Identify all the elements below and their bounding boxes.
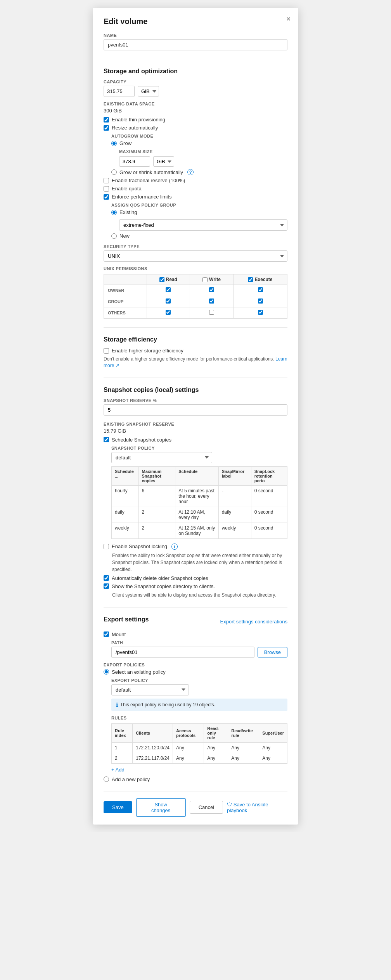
permissions-write-header: Write	[190, 274, 233, 285]
storage-section-title: Storage and optimization	[104, 68, 287, 75]
snapshot-policy-label: SNAPSHOT POLICY	[111, 446, 287, 450]
resize-automatically-label: Resize automatically	[112, 125, 158, 131]
enforce-performance-checkbox[interactable]	[104, 194, 109, 200]
existing-data-space-value: 300 GiB	[104, 108, 287, 114]
read-header-checkbox[interactable]	[159, 277, 164, 282]
write-header-checkbox[interactable]	[202, 277, 208, 282]
others-read-checkbox[interactable]	[166, 310, 171, 315]
others-execute-checkbox[interactable]	[258, 310, 263, 315]
mount-label: Mount	[112, 631, 126, 637]
thin-provisioning-checkbox[interactable]	[104, 117, 109, 122]
schedule-snapshots-row: Schedule Snapshot copies	[104, 437, 287, 443]
snapshot-reserve-label: SNAPSHOT RESERVE %	[104, 398, 287, 403]
fractional-reserve-checkbox[interactable]	[104, 178, 109, 183]
autogrow-section: AUTOGROW MODE Grow MAXIMUM SIZE GiBTiB G…	[111, 134, 287, 175]
snapshot-locking-label: Enable Snapshot locking	[112, 543, 167, 549]
grow-radio[interactable]	[111, 141, 117, 146]
higher-efficiency-checkbox[interactable]	[104, 348, 109, 354]
snap-col-snapmirror: SnapMirror label	[218, 466, 251, 485]
col-clients: Clients	[133, 723, 173, 742]
name-field-section: NAME	[104, 33, 287, 50]
grow-shrink-radio-row: Grow or shrink automatically ?	[111, 169, 287, 175]
owner-execute-checkbox[interactable]	[258, 287, 263, 292]
enable-quota-checkbox[interactable]	[104, 186, 109, 192]
grow-shrink-radio[interactable]	[111, 169, 117, 175]
enforce-performance-row: Enforce performance limits	[104, 194, 287, 200]
close-button[interactable]: ×	[286, 16, 291, 22]
permissions-execute-header: Execute	[234, 274, 287, 285]
name-input[interactable]	[104, 39, 287, 50]
add-link[interactable]: + Add	[111, 767, 125, 773]
max-size-label: MAXIMUM SIZE	[119, 149, 287, 154]
capacity-label: CAPACITY	[104, 79, 287, 84]
group-read-checkbox[interactable]	[166, 298, 171, 304]
group-write-checkbox[interactable]	[209, 298, 214, 304]
existing-snapshot-reserve-value: 15.79 GiB	[104, 428, 287, 434]
export-section-title: Export settings	[104, 616, 149, 623]
enable-quota-label: Enable quota	[112, 186, 142, 192]
show-changes-button[interactable]: Show changes	[136, 798, 186, 817]
capacity-input[interactable]	[104, 86, 135, 97]
ansible-playbook-link[interactable]: 🛡 Save to Ansible playbook	[227, 802, 287, 813]
snap-col-schedule-desc: Schedule	[175, 466, 218, 485]
qos-section: ASSIGN QOS POLICY GROUP Existing extreme…	[111, 203, 287, 239]
grow-shrink-label: Grow or shrink automatically	[119, 169, 183, 175]
snap-col-max-copies: Maximum Snapshot copies	[138, 466, 175, 485]
export-policy-select[interactable]: default	[111, 684, 189, 695]
owner-read-checkbox[interactable]	[166, 287, 171, 292]
resize-auto-row: Resize automatically	[104, 125, 287, 131]
select-existing-radio-row: Select an existing policy	[104, 669, 287, 675]
max-size-input[interactable]	[119, 156, 150, 167]
name-label: NAME	[104, 33, 287, 38]
group-execute-checkbox[interactable]	[258, 298, 263, 304]
snapshot-locking-row: Enable Snapshot locking i	[104, 543, 287, 550]
table-row: daily 2 At 12:10 AM, every day daily 0 s…	[112, 507, 287, 523]
show-directory-row: Show the Snapshot copies directory to cl…	[104, 583, 287, 589]
qos-new-radio[interactable]	[111, 233, 117, 239]
mount-checkbox[interactable]	[104, 631, 109, 637]
info-banner-text: This export policy is being used by 19 o…	[120, 702, 215, 707]
execute-header-checkbox[interactable]	[248, 277, 253, 282]
grow-shrink-help-icon[interactable]: ?	[187, 169, 194, 175]
export-policies-label: EXPORT POLICIES	[104, 663, 287, 667]
edit-volume-modal: × Edit volume NAME Storage and optimizat…	[93, 8, 298, 825]
cancel-button[interactable]: Cancel	[190, 801, 223, 814]
browse-button[interactable]: Browse	[258, 647, 287, 657]
security-type-select[interactable]: UNIXNTFSMixed	[104, 250, 287, 262]
export-header: Export settings Export settings consider…	[104, 616, 287, 628]
qos-policy-select[interactable]: extreme-fixeddefaultextreme	[119, 219, 287, 231]
fractional-reserve-row: Enable fractional reserve (100%)	[104, 178, 287, 183]
owner-write-checkbox[interactable]	[209, 287, 214, 292]
path-input[interactable]	[111, 647, 254, 658]
mount-row: Mount	[104, 631, 287, 637]
resize-automatically-checkbox[interactable]	[104, 125, 109, 131]
export-policy-label: EXPORT POLICY	[111, 678, 287, 683]
select-existing-policy-radio[interactable]	[104, 669, 109, 675]
show-directory-checkbox[interactable]	[104, 583, 109, 589]
footer-actions: Save Show changes Cancel 🛡 Save to Ansib…	[104, 792, 287, 817]
auto-delete-checkbox[interactable]	[104, 575, 109, 581]
max-size-unit-select[interactable]: GiBTiB	[153, 156, 174, 167]
table-row: weekly 2 At 12:15 AM, only on Sunday wee…	[112, 523, 287, 538]
schedule-snapshots-checkbox[interactable]	[104, 437, 109, 442]
save-button[interactable]: Save	[104, 801, 132, 813]
owner-label: OWNER	[104, 285, 147, 296]
snapshot-section-title: Snapshot copies (local) settings	[104, 386, 287, 393]
others-label: OTHERS	[104, 307, 147, 319]
capacity-unit-select[interactable]: GiBTiBMiB	[138, 86, 159, 97]
export-considerations-link[interactable]: Export settings considerations	[220, 619, 287, 625]
schedule-snapshots-label: Schedule Snapshot copies	[112, 437, 171, 443]
snap-col-snaplock: SnapLock retention perio	[251, 466, 287, 485]
show-directory-label: Show the Snapshot copies directory to cl…	[112, 583, 215, 589]
group-label: GROUP	[104, 296, 147, 307]
others-write-checkbox[interactable]	[209, 310, 214, 315]
snapshot-policy-select[interactable]: default	[111, 452, 212, 463]
qos-existing-radio[interactable]	[111, 210, 117, 215]
snapshot-locking-help-icon[interactable]: i	[171, 543, 178, 550]
path-row: Browse	[111, 647, 287, 658]
enforce-performance-label: Enforce performance limits	[112, 194, 172, 200]
snapshot-reserve-input[interactable]	[104, 404, 287, 416]
capacity-row: GiBTiBMiB	[104, 86, 287, 97]
add-new-policy-radio[interactable]	[104, 776, 109, 782]
snapshot-locking-checkbox[interactable]	[104, 544, 109, 549]
